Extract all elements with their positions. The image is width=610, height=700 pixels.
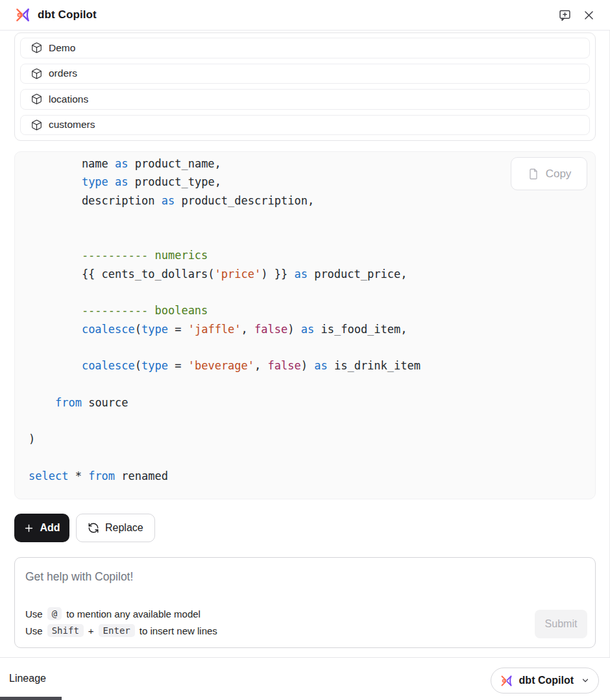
add-button[interactable]: Add — [14, 514, 69, 542]
refresh-icon — [88, 522, 99, 534]
package-icon — [31, 119, 42, 131]
hint-text: Use — [25, 608, 43, 619]
new-chat-icon[interactable] — [557, 7, 572, 23]
code-content[interactable]: name as product_name, type as product_ty… — [15, 152, 595, 498]
model-chip[interactable]: Demo — [20, 38, 590, 58]
hint-newline: Use Shift + Enter to insert new lines — [25, 622, 217, 639]
hint-text: Use — [25, 625, 43, 636]
code-preview-card: name as product_name, type as product_ty… — [14, 151, 596, 499]
model-chip[interactable]: locations — [20, 89, 590, 110]
model-chip[interactable]: customers — [20, 115, 590, 136]
prompt-placeholder: Get help with Copilot! — [25, 570, 133, 584]
hint-mention: Use @ to mention any available model — [25, 605, 217, 622]
chevron-down-icon — [581, 676, 590, 685]
tab-lineage-active-indicator — [0, 697, 62, 700]
panel-bottom-border — [0, 657, 610, 658]
model-list: Demo orders — [14, 32, 596, 141]
prompt-hints: Use @ to mention any available model Use… — [25, 605, 217, 639]
kbd-shift: Shift — [47, 624, 84, 637]
copilot-selector-dropdown[interactable]: dbt Copilot — [491, 668, 599, 694]
copy-button-label: Copy — [546, 168, 572, 181]
package-icon — [31, 94, 42, 105]
dbt-copilot-panel: dbt Copilot — [0, 0, 610, 700]
add-button-label: Add — [40, 522, 60, 534]
prompt-input[interactable]: Get help with Copilot! Use @ to mention … — [14, 557, 596, 648]
model-chip-label: locations — [49, 94, 88, 105]
model-chip-label: orders — [49, 68, 77, 79]
kbd-enter: Enter — [99, 624, 135, 637]
copy-button[interactable]: Copy — [511, 157, 587, 190]
package-icon — [31, 42, 42, 53]
replace-button[interactable]: Replace — [76, 514, 155, 542]
hint-text: to insert new lines — [140, 625, 217, 636]
header-actions — [557, 7, 596, 23]
copy-icon — [527, 168, 540, 181]
model-chip-label: customers — [49, 119, 95, 131]
copilot-selector-label: dbt Copilot — [519, 675, 574, 686]
panel-header: dbt Copilot — [0, 0, 610, 31]
dbt-copilot-logo-icon — [14, 6, 31, 23]
panel-title: dbt Copilot — [38, 8, 97, 21]
hint-text: to mention any available model — [66, 608, 201, 619]
dbt-copilot-logo-icon — [500, 674, 513, 688]
plus-icon — [23, 523, 34, 534]
replace-button-label: Replace — [105, 522, 143, 534]
hint-text: + — [88, 625, 94, 636]
tab-lineage[interactable]: Lineage — [9, 673, 46, 684]
kbd-at: @ — [47, 607, 62, 620]
submit-button[interactable]: Submit — [535, 610, 587, 638]
package-icon — [31, 68, 42, 79]
model-chip-label: Demo — [49, 42, 75, 54]
model-chip[interactable]: orders — [20, 64, 590, 84]
close-icon[interactable] — [581, 7, 596, 23]
